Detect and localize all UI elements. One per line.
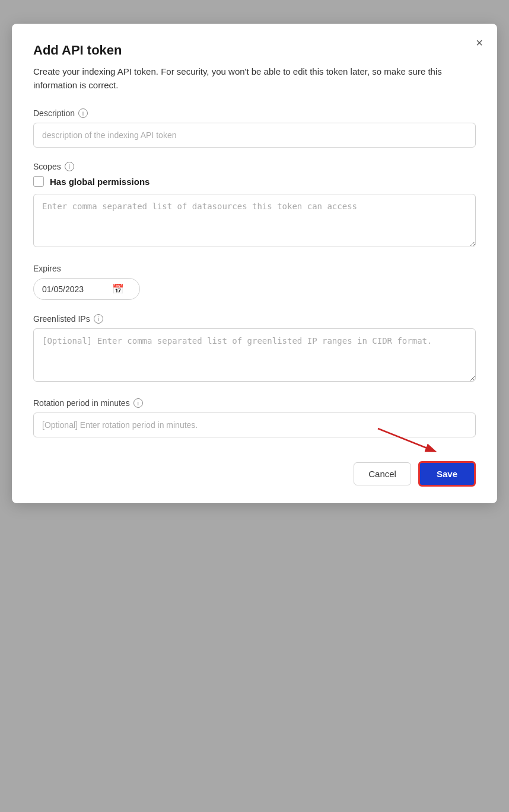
greenlisted-ips-group: Greenlisted IPs i: [33, 314, 476, 384]
date-input-wrapper[interactable]: 📅: [33, 278, 140, 300]
close-button[interactable]: ×: [473, 34, 485, 51]
footer-area: Cancel Save: [33, 452, 476, 487]
scopes-info-icon: i: [65, 162, 74, 171]
arrow-indicator: [372, 423, 443, 458]
description-group: Description i: [33, 108, 476, 148]
greenlisted-ips-info-icon: i: [94, 314, 103, 324]
expires-group: Expires 📅: [33, 264, 476, 300]
modal-title: Add API token: [33, 43, 476, 58]
greenlisted-ips-label: Greenlisted IPs i: [33, 314, 476, 324]
global-permissions-label: Has global permissions: [50, 177, 149, 187]
modal-dialog: × Add API token Create your indexing API…: [12, 24, 497, 503]
modal-overlay: × Add API token Create your indexing API…: [0, 0, 509, 812]
global-permissions-row: Has global permissions: [33, 176, 476, 187]
global-permissions-checkbox[interactable]: [33, 176, 44, 187]
save-button[interactable]: Save: [418, 461, 476, 487]
modal-subtitle: Create your indexing API token. For secu…: [33, 65, 476, 92]
description-info-icon: i: [78, 108, 88, 118]
rotation-period-info-icon: i: [133, 398, 143, 408]
rotation-period-label: Rotation period in minutes i: [33, 398, 476, 408]
greenlisted-ips-textarea[interactable]: [33, 328, 476, 382]
cancel-button[interactable]: Cancel: [354, 462, 411, 485]
scopes-group: Scopes i Has global permissions: [33, 162, 476, 250]
datasources-textarea[interactable]: [33, 194, 476, 247]
expires-label: Expires: [33, 264, 476, 273]
description-input[interactable]: [33, 123, 476, 148]
svg-line-1: [378, 429, 434, 451]
date-input[interactable]: [42, 284, 107, 294]
scopes-label: Scopes i: [33, 162, 476, 171]
calendar-icon[interactable]: 📅: [112, 283, 124, 295]
description-label: Description i: [33, 108, 476, 118]
